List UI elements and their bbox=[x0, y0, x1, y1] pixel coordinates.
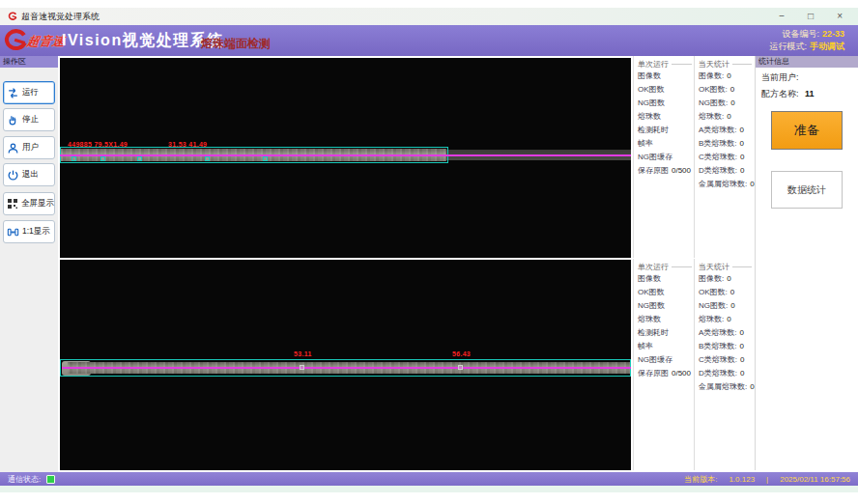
detection-mark bbox=[205, 156, 210, 161]
stat-row: D类熔珠数:0 bbox=[699, 367, 754, 380]
detection-mark bbox=[100, 156, 105, 161]
measure-line bbox=[60, 154, 631, 156]
user-button[interactable]: 用户 bbox=[3, 136, 55, 159]
recipe-name-label: 配方名称: bbox=[761, 89, 799, 98]
stat-row: 帧率 bbox=[638, 137, 694, 151]
status-bar-right: 当前版本: 1.0.123 | 2025/02/11 16:57:56 bbox=[684, 474, 850, 485]
daily-stats-title: 当天统计 bbox=[699, 58, 754, 70]
detection-mark bbox=[72, 156, 76, 161]
device-info: 设备编号:22-33 运行模式:手动调试 bbox=[769, 28, 844, 53]
stat-row: 检测耗时 bbox=[638, 124, 694, 137]
stat-row: OK图数 bbox=[638, 286, 694, 299]
prepare-button[interactable]: 准备 bbox=[771, 111, 843, 150]
version-value: 1.0.123 bbox=[729, 475, 755, 484]
measurement-annotation: 53.11 bbox=[294, 350, 312, 357]
detection-mark bbox=[300, 365, 304, 370]
stat-row: OK图数 bbox=[638, 83, 694, 97]
stats-panel-top: 单次运行 图像数 OK图数 NG图数 熔珠数 检测耗时 帧率 NG图缓存 保存原… bbox=[633, 56, 754, 258]
minimize-button[interactable]: − bbox=[779, 12, 785, 21]
stat-row: OK图数:0 bbox=[699, 83, 754, 97]
app-window: 超音速视觉处理系统 − □ × 超音速 IVision视觉处理系统 熔珠端面检测… bbox=[0, 0, 858, 504]
stat-row: 熔珠数:0 bbox=[699, 313, 754, 326]
stat-row: 熔珠数 bbox=[638, 110, 694, 124]
comm-status-indicator bbox=[46, 475, 55, 484]
stop-hand-icon bbox=[7, 114, 19, 126]
detection-mark bbox=[458, 365, 463, 370]
exit-button[interactable]: 退出 bbox=[3, 163, 55, 186]
fullscreen-grid-icon bbox=[7, 198, 18, 210]
stop-button[interactable]: 停止 bbox=[3, 108, 55, 131]
detection-mark bbox=[263, 156, 268, 161]
stat-row: 帧率 bbox=[638, 340, 694, 353]
daily-stats-column: 当天统计 图像数:0 OK图数:0 NG图数:0 熔珠数:0 A类熔珠数:0 B… bbox=[694, 56, 754, 258]
fullscreen-button[interactable]: 全屏显示 bbox=[3, 192, 55, 215]
stat-row: 图像数 bbox=[638, 272, 694, 286]
stat-row: C类熔珠数:0 bbox=[699, 151, 754, 164]
stat-row: NG图数 bbox=[638, 97, 694, 110]
title-bar: 超音速视觉处理系统 − □ × bbox=[0, 8, 858, 25]
stat-row: NG图数:0 bbox=[699, 299, 754, 313]
user-button-label: 用户 bbox=[22, 142, 39, 154]
daily-stats-column: 当天统计 图像数:0 OK图数:0 NG图数:0 熔珠数:0 A类熔珠数:0 B… bbox=[694, 259, 754, 470]
stat-row: B类熔珠数:0 bbox=[699, 340, 754, 353]
stop-button-label: 停止 bbox=[22, 114, 39, 126]
stat-row: 图像数 bbox=[638, 70, 694, 83]
one-to-one-icon bbox=[7, 226, 19, 238]
device-number-label: 设备编号: bbox=[782, 29, 819, 39]
stat-row: B类熔珠数:0 bbox=[699, 137, 754, 151]
single-run-column: 单次运行 图像数 OK图数 NG图数 熔珠数 检测耗时 帧率 NG图缓存 保存原… bbox=[634, 56, 694, 258]
stat-row: NG图数 bbox=[638, 299, 694, 313]
stat-row: 金属屑熔珠数:0 bbox=[699, 178, 754, 191]
brand-name: 超音速 bbox=[25, 33, 66, 50]
stat-row: 保存原图0/500 bbox=[638, 164, 694, 178]
maximize-button[interactable]: □ bbox=[808, 12, 814, 21]
window-bottom-edge bbox=[0, 486, 858, 492]
stat-row: NG图缓存 bbox=[638, 353, 694, 367]
measurement-annotation: 56.43 bbox=[452, 350, 471, 357]
current-user-label: 当前用户: bbox=[761, 72, 799, 82]
run-cycle-icon bbox=[7, 87, 19, 99]
run-mode-label: 运行模式: bbox=[769, 42, 807, 51]
recipe-name-row: 配方名称: 11 bbox=[756, 84, 858, 100]
stat-row: NG图缓存 bbox=[638, 151, 694, 164]
camera-view-bottom: 53.11 56.43 bbox=[60, 260, 631, 470]
one-to-one-button[interactable]: 1:1显示 bbox=[3, 220, 55, 243]
stat-row: 熔珠数:0 bbox=[699, 110, 754, 124]
window-title: 超音速视觉处理系统 bbox=[21, 11, 100, 23]
run-button-label: 运行 bbox=[22, 87, 39, 98]
one-to-one-button-label: 1:1显示 bbox=[22, 226, 50, 238]
detection-mark bbox=[137, 156, 142, 161]
stat-row: D类熔珠数:0 bbox=[699, 164, 754, 178]
recipe-name-value: 11 bbox=[805, 89, 815, 98]
app-icon bbox=[8, 12, 17, 21]
info-panel-title: 统计信息 bbox=[756, 56, 858, 68]
comm-status-label: 通信状态: bbox=[8, 474, 41, 485]
device-number-value: 22-33 bbox=[822, 29, 844, 39]
close-button[interactable]: × bbox=[837, 12, 843, 21]
info-panel: 统计信息 当前用户: 配方名称: 11 准备 数据统计 bbox=[755, 56, 858, 470]
power-icon bbox=[7, 169, 19, 182]
camera-view-top: 449885 79.5X1.49 31.53 41.49 bbox=[60, 58, 631, 258]
status-bar: 通信状态: 当前版本: 1.0.123 | 2025/02/11 16:57:5… bbox=[0, 472, 858, 486]
stat-row: C类熔珠数:0 bbox=[699, 353, 754, 367]
single-run-title: 单次运行 bbox=[638, 261, 694, 272]
data-statistics-button[interactable]: 数据统计 bbox=[771, 171, 843, 209]
stat-row: OK图数:0 bbox=[699, 286, 754, 299]
measure-line bbox=[62, 367, 631, 369]
single-run-column: 单次运行 图像数 OK图数 NG图数 熔珠数 检测耗时 帧率 NG图缓存 保存原… bbox=[634, 259, 694, 470]
run-button[interactable]: 运行 bbox=[3, 81, 55, 104]
single-run-title: 单次运行 bbox=[638, 58, 694, 70]
brand-logo-icon bbox=[3, 28, 28, 53]
user-icon bbox=[7, 142, 19, 154]
stat-row: 图像数:0 bbox=[699, 70, 754, 83]
version-label: 当前版本: bbox=[684, 474, 717, 485]
stat-row: A类熔珠数:0 bbox=[699, 326, 754, 340]
stat-row: A类熔珠数:0 bbox=[699, 124, 754, 137]
sidebar-title: 操作区 bbox=[0, 56, 58, 68]
app-header: 超音速 IVision视觉处理系统 熔珠端面检测 配方 设置 外侧相机 内侧相机… bbox=[0, 25, 858, 56]
stat-row: 金属屑熔珠数:0 bbox=[699, 380, 754, 394]
app-subtitle: 熔珠端面检测 bbox=[201, 36, 271, 52]
stat-row: 图像数:0 bbox=[699, 272, 754, 286]
current-user-row: 当前用户: bbox=[756, 68, 858, 84]
exit-button-label: 退出 bbox=[22, 169, 39, 181]
